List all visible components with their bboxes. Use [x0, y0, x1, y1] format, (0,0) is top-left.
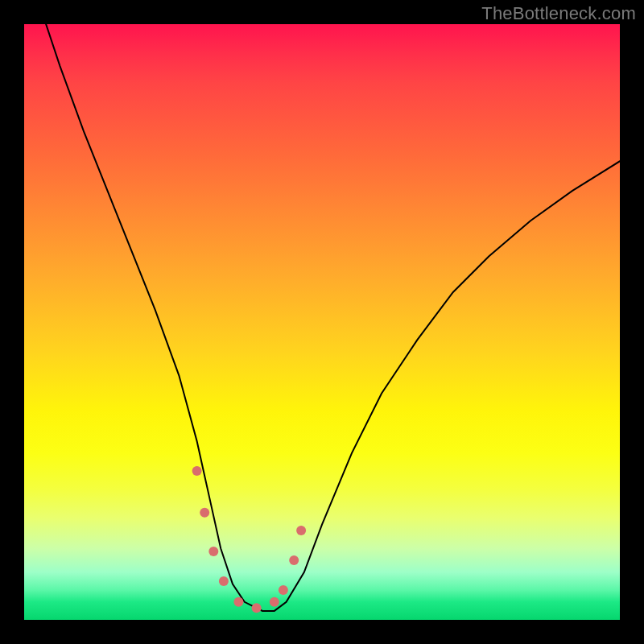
bottleneck-curve — [24, 24, 620, 611]
optimal-zone-dot — [233, 597, 243, 607]
optimal-zone-dot — [192, 466, 202, 476]
chart-plot-area — [24, 24, 620, 620]
optimal-zone-dot — [200, 508, 209, 518]
watermark-text: TheBottleneck.com — [481, 3, 636, 24]
optimal-zone-dot — [252, 603, 262, 613]
optimal-zone-dot — [289, 555, 299, 565]
optimal-zone — [192, 466, 307, 613]
optimal-zone-dot — [279, 585, 288, 595]
chart-frame: TheBottleneck.com — [0, 0, 644, 644]
chart-svg — [24, 24, 620, 620]
optimal-zone-dot — [296, 526, 306, 535]
optimal-zone-dot — [208, 547, 218, 556]
optimal-zone-dot — [270, 597, 279, 607]
optimal-zone-dot — [219, 576, 229, 586]
bottleneck-curve-path — [24, 24, 620, 611]
